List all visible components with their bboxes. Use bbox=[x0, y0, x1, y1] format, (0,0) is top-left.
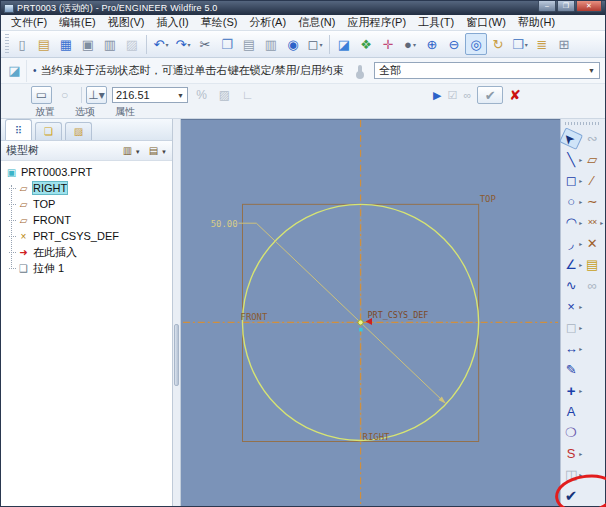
save-button[interactable]: ▦ bbox=[55, 33, 77, 55]
flyout-arrow-icon[interactable]: ▸ bbox=[579, 450, 584, 457]
text-tool[interactable]: A bbox=[563, 402, 579, 421]
circle-tool[interactable]: ○ bbox=[563, 192, 579, 211]
paste-special-button[interactable]: ▥ bbox=[260, 33, 282, 55]
redo-button[interactable]: ↷▾ bbox=[172, 33, 194, 55]
done-button[interactable]: ✔ bbox=[563, 486, 579, 505]
find-button[interactable]: ◉ bbox=[282, 33, 304, 55]
flyout-arrow-icon[interactable]: ▸ bbox=[600, 219, 605, 226]
tab-folder-browser[interactable]: ❏ bbox=[35, 122, 62, 140]
sketch-points-tool[interactable]: ×× bbox=[584, 213, 600, 232]
layers-button[interactable]: ≣ bbox=[531, 33, 553, 55]
tree-item[interactable]: ×PRT_CSYS_DEF bbox=[17, 228, 172, 244]
circle-center-point[interactable] bbox=[358, 320, 363, 325]
constraint-type-button[interactable]: ⊥▾ bbox=[86, 86, 107, 104]
zoom-out-button[interactable]: ⊖ bbox=[443, 33, 465, 55]
print-preview-button[interactable]: ▥ bbox=[99, 33, 121, 55]
point-tool[interactable]: × bbox=[563, 297, 579, 316]
constrain-tool[interactable]: + bbox=[563, 381, 579, 400]
tree-item[interactable]: ▣PRT0003.PRT bbox=[5, 164, 172, 180]
zoom-fit-button[interactable]: ◎ bbox=[465, 33, 487, 55]
flyout-arrow-icon[interactable]: ▸ bbox=[579, 303, 584, 310]
chevron-down-icon[interactable]: ▾ bbox=[525, 41, 528, 48]
tree-item[interactable]: ➜在此插入 bbox=[17, 244, 172, 260]
palette-tool[interactable]: ❍ bbox=[563, 423, 579, 442]
tree-settings-button[interactable]: ▤ ▼ bbox=[149, 145, 167, 156]
toolbar-grip[interactable] bbox=[565, 122, 601, 125]
new-file-button[interactable]: ▯ bbox=[11, 33, 33, 55]
flyout-arrow-icon[interactable]: ▸ bbox=[579, 471, 584, 478]
dashboard-tab[interactable]: 放置 bbox=[35, 105, 55, 119]
menu-item[interactable]: 帮助(H) bbox=[512, 15, 561, 30]
menu-item[interactable]: 窗口(W) bbox=[460, 15, 512, 30]
panel-splitter[interactable] bbox=[173, 119, 181, 506]
sketch-csys-tool[interactable]: ✕ bbox=[584, 234, 600, 253]
cut-button[interactable]: ✂ bbox=[194, 33, 216, 55]
chevron-down-icon[interactable]: ▾ bbox=[319, 41, 322, 48]
play-button[interactable]: ▶ bbox=[433, 89, 441, 102]
trim-tool[interactable]: S bbox=[563, 444, 579, 463]
search-filter-select[interactable]: 全部 ▼ bbox=[374, 62, 600, 79]
dimension-value-field[interactable]: 216.51 ▼ bbox=[112, 87, 188, 103]
dimension-text[interactable]: 50.00 bbox=[211, 219, 238, 229]
open-button[interactable]: ▤ bbox=[33, 33, 55, 55]
menu-item[interactable]: 工具(T) bbox=[412, 15, 460, 30]
tree-show-button[interactable]: ▥ ▼ bbox=[123, 145, 141, 156]
select-tool[interactable]: ➤ bbox=[559, 127, 583, 150]
maximize-button[interactable]: ❐ bbox=[557, 1, 575, 12]
flyout-arrow-icon[interactable]: ▸ bbox=[579, 345, 584, 352]
flyout-arrow-icon[interactable]: ▸ bbox=[579, 324, 584, 331]
splitter-handle[interactable] bbox=[174, 324, 179, 386]
tree-item[interactable]: ▱TOP bbox=[17, 196, 172, 212]
chevron-down-icon[interactable]: ▾ bbox=[187, 41, 190, 48]
tree-item[interactable]: ❑拉伸 1 bbox=[17, 260, 172, 276]
spin-center-button[interactable]: ✛ bbox=[377, 33, 399, 55]
paste-button[interactable]: ▤ bbox=[238, 33, 260, 55]
zoom-in-button[interactable]: ⊕ bbox=[421, 33, 443, 55]
centerline-tool[interactable]: ∕ bbox=[584, 171, 600, 190]
close-button[interactable]: ✕ bbox=[576, 1, 602, 12]
copy-button[interactable]: ❐ bbox=[216, 33, 238, 55]
dimension-tool[interactable]: ↔ bbox=[563, 339, 579, 358]
chamfer-tool[interactable]: ∠ bbox=[563, 255, 579, 274]
saved-views-button[interactable]: ❒▾ bbox=[509, 33, 531, 55]
menu-item[interactable]: 分析(A) bbox=[243, 15, 292, 30]
chevron-down-icon[interactable]: ▾ bbox=[165, 41, 168, 48]
view-manager-button[interactable]: ⊞ bbox=[553, 33, 575, 55]
print-button[interactable]: ▣ bbox=[77, 33, 99, 55]
flyout-arrow-icon[interactable]: ▸ bbox=[579, 387, 584, 394]
tree-item[interactable]: ▱FRONT bbox=[17, 212, 172, 228]
ok-button[interactable]: ✔ bbox=[477, 86, 503, 104]
rectangle-tool[interactable]: ◻ bbox=[563, 171, 579, 190]
use-edge-tool[interactable]: ▱ bbox=[584, 150, 600, 169]
menu-item[interactable]: 信息(N) bbox=[292, 15, 341, 30]
menu-item[interactable]: 草绘(S) bbox=[195, 15, 244, 30]
arc-tool[interactable]: ◠ bbox=[563, 213, 579, 232]
chevron-down-icon[interactable]: ▾ bbox=[413, 41, 416, 48]
menu-item[interactable]: 视图(V) bbox=[102, 15, 151, 30]
minimize-button[interactable]: ‒ bbox=[538, 1, 556, 12]
highlight-points-button[interactable]: ❖ bbox=[355, 33, 377, 55]
undo-button[interactable]: ↶▾ bbox=[150, 33, 172, 55]
menu-item[interactable]: 编辑(E) bbox=[53, 15, 102, 30]
tree-item[interactable]: ▱RIGHT bbox=[17, 180, 172, 196]
spline-tool[interactable]: ∿ bbox=[563, 276, 579, 295]
dashboard-tab[interactable]: 属性 bbox=[115, 105, 135, 119]
dashboard-tab[interactable]: 选项 bbox=[75, 105, 95, 119]
toolbar-grip[interactable] bbox=[5, 34, 9, 54]
menu-item[interactable]: 插入(I) bbox=[150, 15, 194, 30]
menu-item[interactable]: 应用程序(P) bbox=[341, 15, 412, 30]
rect-section-button[interactable]: ▭ bbox=[31, 86, 52, 104]
select-filter-button[interactable]: ◻▾ bbox=[304, 33, 326, 55]
chevron-down-icon[interactable]: ▾ bbox=[99, 88, 105, 102]
line-tool[interactable]: ╲ bbox=[563, 150, 579, 169]
modify-dimension-tool[interactable]: ✎ bbox=[563, 360, 579, 379]
sketch-orient-button[interactable]: ◪ bbox=[333, 33, 355, 55]
reorient-button[interactable]: ↻ bbox=[487, 33, 509, 55]
fillet-tool[interactable]: ◞ bbox=[563, 234, 579, 253]
display-style-button[interactable]: ●▾ bbox=[399, 33, 421, 55]
tab-model-tree[interactable]: ⠿ bbox=[5, 119, 32, 140]
offset-edge-tool[interactable]: ∼ bbox=[584, 192, 600, 211]
tab-favorites[interactable]: ▨ bbox=[65, 122, 92, 140]
menu-item[interactable]: 文件(F) bbox=[5, 15, 53, 30]
graphics-canvas[interactable]: 50.00 TOP FRONT RIGHT PRT_CSYS_DEF bbox=[181, 119, 560, 506]
